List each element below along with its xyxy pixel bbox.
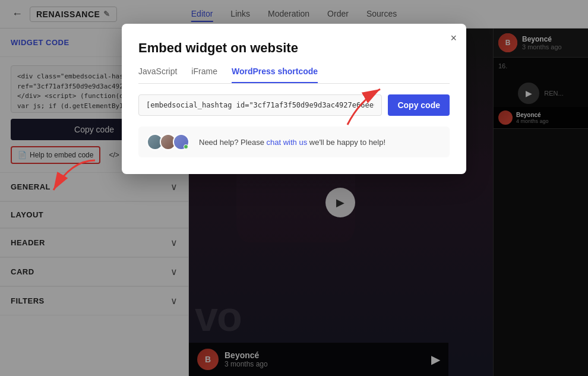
modal-help-box: Need help? Please chat with us we'll be … (138, 127, 450, 157)
modal-close-button[interactable]: × (450, 32, 457, 45)
tab-wordpress[interactable]: WordPress shortcode (232, 67, 318, 83)
modal-code-row: Copy code (138, 94, 450, 116)
support-avatar-3 (173, 134, 189, 150)
modal-help-text: Need help? Please chat with us we'll be … (199, 138, 385, 147)
support-avatars (147, 134, 189, 150)
modal-copy-button[interactable]: Copy code (388, 94, 450, 116)
embed-modal: × Embed widget on website JavaScript iFr… (122, 24, 466, 174)
modal-overlay: × Embed widget on website JavaScript iFr… (0, 0, 588, 376)
modal-title: Embed widget on website (138, 40, 450, 56)
modal-tabs: JavaScript iFrame WordPress shortcode (138, 67, 450, 84)
online-indicator (184, 144, 188, 149)
chat-link[interactable]: chat with us (266, 138, 307, 147)
tab-iframe[interactable]: iFrame (191, 67, 217, 83)
modal-code-input[interactable] (138, 94, 382, 116)
tab-javascript[interactable]: JavaScript (138, 67, 177, 83)
